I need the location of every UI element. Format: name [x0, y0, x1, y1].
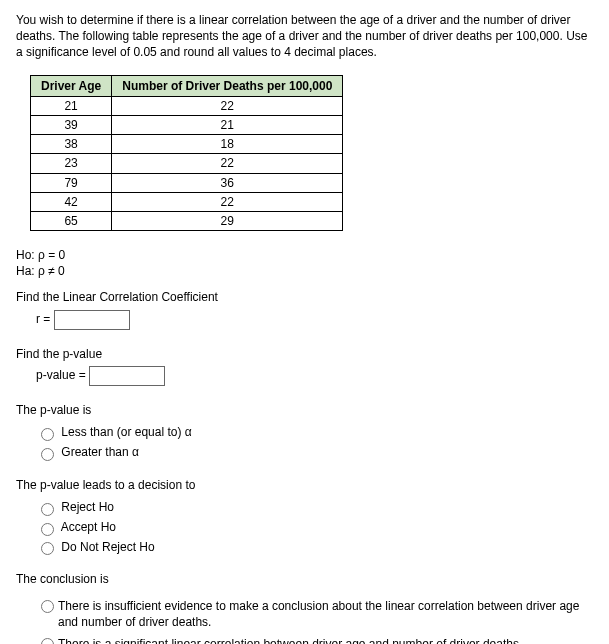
radio-accept-label: Accept Ho: [61, 520, 116, 534]
cell-age: 23: [31, 154, 112, 173]
conclusion-prompt: The conclusion is: [16, 571, 593, 587]
radio-gt-label: Greater than α: [61, 445, 139, 459]
pvalue-compare-prompt: The p-value is: [16, 402, 593, 418]
radio-reject-label: Reject Ho: [61, 500, 114, 514]
cell-deaths: 22: [112, 154, 343, 173]
cell-deaths: 22: [112, 192, 343, 211]
cell-deaths: 18: [112, 135, 343, 154]
cell-deaths: 36: [112, 173, 343, 192]
correlation-prompt: Find the Linear Correlation Coefficient: [16, 289, 593, 305]
cell-age: 42: [31, 192, 112, 211]
table-row: 6529: [31, 211, 343, 230]
radio-row-conc2[interactable]: There is a significant linear correlatio…: [36, 636, 593, 644]
cell-age: 39: [31, 115, 112, 134]
radio-gt[interactable]: [41, 448, 54, 461]
decision-prompt: The p-value leads to a decision to: [16, 477, 593, 493]
cell-age: 38: [31, 135, 112, 154]
r-input[interactable]: [54, 310, 130, 330]
pvalue-input[interactable]: [89, 366, 165, 386]
radio-le[interactable]: [41, 428, 54, 441]
problem-statement: You wish to determine if there is a line…: [16, 12, 593, 61]
radio-dnr-label: Do Not Reject Ho: [61, 540, 154, 554]
table-row: 3818: [31, 135, 343, 154]
radio-conc1[interactable]: [41, 600, 54, 613]
col-header-age: Driver Age: [31, 75, 112, 96]
cell-age: 65: [31, 211, 112, 230]
radio-le-label: Less than (or equal to) α: [61, 425, 191, 439]
col-header-deaths: Number of Driver Deaths per 100,000: [112, 75, 343, 96]
cell-age: 21: [31, 96, 112, 115]
table-row: 7936: [31, 173, 343, 192]
radio-row-gt[interactable]: Greater than α: [36, 444, 593, 461]
radio-conc2-label: There is a significant linear correlatio…: [58, 636, 522, 644]
radio-dnr[interactable]: [41, 542, 54, 555]
data-table: Driver Age Number of Driver Deaths per 1…: [30, 75, 343, 232]
pvalue-label: p-value =: [36, 368, 86, 382]
radio-row-reject[interactable]: Reject Ho: [36, 499, 593, 516]
cell-deaths: 29: [112, 211, 343, 230]
pvalue-prompt: Find the p-value: [16, 346, 593, 362]
table-row: 3921: [31, 115, 343, 134]
radio-row-dnr[interactable]: Do Not Reject Ho: [36, 539, 593, 556]
alt-hypothesis: Ha: ρ ≠ 0: [16, 263, 593, 279]
null-hypothesis: Ho: ρ = 0: [16, 247, 593, 263]
r-label: r =: [36, 312, 50, 326]
table-row: 2322: [31, 154, 343, 173]
radio-reject[interactable]: [41, 503, 54, 516]
radio-conc2[interactable]: [41, 638, 54, 644]
radio-conc1-label: There is insufficient evidence to make a…: [58, 598, 593, 630]
radio-row-conc1[interactable]: There is insufficient evidence to make a…: [36, 598, 593, 630]
radio-row-le[interactable]: Less than (or equal to) α: [36, 424, 593, 441]
cell-deaths: 21: [112, 115, 343, 134]
cell-age: 79: [31, 173, 112, 192]
cell-deaths: 22: [112, 96, 343, 115]
radio-accept[interactable]: [41, 523, 54, 536]
table-row: 2122: [31, 96, 343, 115]
table-row: 4222: [31, 192, 343, 211]
radio-row-accept[interactable]: Accept Ho: [36, 519, 593, 536]
